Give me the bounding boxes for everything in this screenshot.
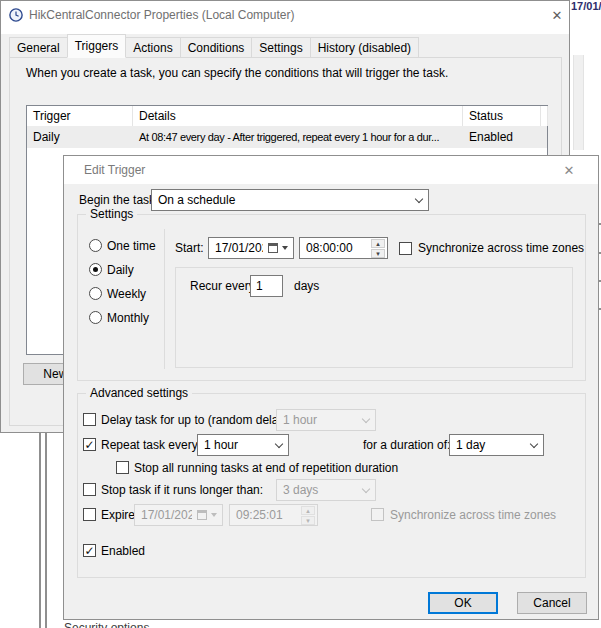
sync-timezones-checkbox[interactable] bbox=[399, 242, 412, 255]
properties-title: HikCentralConnector Properties (Local Co… bbox=[29, 8, 294, 23]
radio-monthly[interactable] bbox=[89, 311, 102, 324]
spin-down-icon[interactable]: ▾ bbox=[371, 249, 385, 258]
repeat-interval-select[interactable]: 1 hour bbox=[197, 434, 289, 456]
background-clipped-text: Security options bbox=[64, 621, 264, 628]
tab-conditions[interactable]: Conditions bbox=[180, 37, 253, 58]
spin-down-icon: ▾ bbox=[301, 516, 315, 525]
expire-sync-checkbox bbox=[371, 508, 384, 521]
cancel-button[interactable]: Cancel bbox=[517, 592, 587, 614]
column-header-filler bbox=[541, 106, 548, 126]
radio-weekly-label[interactable]: Weekly bbox=[107, 286, 146, 302]
start-label: Start: bbox=[175, 240, 204, 256]
tab-triggers[interactable]: Triggers bbox=[67, 34, 127, 58]
duration-label: for a duration of: bbox=[363, 437, 450, 453]
chevron-down-icon bbox=[410, 199, 428, 202]
stop-task-label[interactable]: Stop task if it runs longer than: bbox=[101, 482, 263, 498]
table-row[interactable]: Daily At 08:47 every day - After trigger… bbox=[27, 127, 547, 148]
radio-one-time[interactable] bbox=[89, 239, 102, 252]
expire-date-picker: 17/01/2023 bbox=[134, 504, 223, 526]
expire-label[interactable]: Expire: bbox=[101, 507, 138, 523]
chevron-down-icon bbox=[525, 444, 543, 447]
recur-every-label: Recur every: bbox=[190, 278, 258, 294]
background-window-edge bbox=[39, 433, 47, 628]
settings-divider bbox=[164, 229, 165, 369]
duration-select[interactable]: 1 day bbox=[449, 434, 544, 456]
begin-task-label: Begin the task: bbox=[79, 192, 158, 208]
start-date-picker[interactable]: 17/01/2022 bbox=[208, 237, 294, 259]
repeat-task-checkbox[interactable]: ✓ bbox=[83, 438, 96, 451]
spin-up-icon[interactable]: ▴ bbox=[371, 239, 385, 248]
tab-general[interactable]: General bbox=[9, 37, 68, 58]
clock-icon bbox=[9, 8, 23, 22]
delay-task-checkbox[interactable] bbox=[83, 413, 96, 426]
delay-task-label[interactable]: Delay task for up to (random delay): bbox=[101, 412, 292, 428]
chevron-down-icon bbox=[357, 419, 375, 422]
tab-actions[interactable]: Actions bbox=[125, 37, 180, 58]
triggers-table-header: Trigger Details Status bbox=[27, 106, 547, 127]
start-time-spinner[interactable]: 08:00:00 ▴ ▾ bbox=[299, 237, 388, 259]
spinner-buttons: ▴ ▾ bbox=[300, 505, 316, 525]
enabled-checkbox[interactable]: ✓ bbox=[83, 544, 96, 557]
screen: 17/01/ Security options HikCentralConnec… bbox=[0, 0, 601, 628]
recur-unit-label: days bbox=[294, 278, 319, 294]
calendar-icon bbox=[197, 510, 207, 520]
expire-checkbox[interactable] bbox=[83, 508, 96, 521]
triggers-description: When you create a task, you can specify … bbox=[26, 65, 448, 81]
radio-one-time-label[interactable]: One time bbox=[107, 238, 156, 254]
details-cell: At 08:47 every day - After triggered, re… bbox=[133, 127, 463, 148]
settings-group-label: Settings bbox=[86, 207, 137, 222]
status-cell: Enabled bbox=[463, 127, 541, 148]
trigger-cell: Daily bbox=[27, 127, 133, 148]
stop-all-tasks-checkbox[interactable] bbox=[116, 461, 129, 474]
edit-trigger-dialog: Edit Trigger ✕ Begin the task: On a sche… bbox=[63, 155, 599, 620]
chevron-down-icon bbox=[270, 444, 288, 447]
stop-task-checkbox[interactable] bbox=[83, 483, 96, 496]
stop-all-tasks-label[interactable]: Stop all running tasks at end of repetit… bbox=[134, 460, 398, 476]
spin-up-icon: ▴ bbox=[301, 506, 315, 515]
advanced-settings-group-label: Advanced settings bbox=[86, 386, 192, 401]
tab-settings[interactable]: Settings bbox=[251, 37, 310, 58]
expire-sync-label: Synchronize across time zones bbox=[390, 507, 556, 523]
dropdown-arrow-icon bbox=[211, 513, 217, 517]
tab-strip: General Triggers Actions Conditions Sett… bbox=[9, 34, 418, 58]
column-header-trigger[interactable]: Trigger bbox=[27, 106, 133, 126]
enabled-label[interactable]: Enabled bbox=[101, 543, 145, 559]
ok-button[interactable]: OK bbox=[428, 592, 498, 614]
daily-options-panel: Recur every: 1 days bbox=[175, 267, 573, 368]
spinner-buttons[interactable]: ▴ ▾ bbox=[370, 238, 386, 258]
background-corner-text: 17/01/ bbox=[571, 0, 601, 12]
chevron-down-icon bbox=[357, 489, 375, 492]
column-header-status[interactable]: Status bbox=[463, 106, 541, 126]
begin-task-select[interactable]: On a schedule bbox=[151, 189, 429, 211]
radio-monthly-label[interactable]: Monthly bbox=[107, 310, 149, 326]
radio-weekly[interactable] bbox=[89, 287, 102, 300]
recur-every-input[interactable]: 1 bbox=[250, 275, 283, 297]
delay-task-select: 1 hour bbox=[276, 409, 376, 431]
repeat-task-label[interactable]: Repeat task every: bbox=[101, 437, 201, 453]
edit-trigger-title: Edit Trigger bbox=[84, 163, 145, 178]
column-header-details[interactable]: Details bbox=[133, 106, 463, 126]
dropdown-arrow-icon bbox=[282, 246, 288, 250]
radio-daily-label[interactable]: Daily bbox=[107, 262, 134, 278]
tab-history[interactable]: History (disabled) bbox=[310, 37, 419, 58]
properties-close-icon[interactable]: ✕ bbox=[546, 5, 568, 25]
expire-time-spinner: 09:25:01 ▴ ▾ bbox=[229, 504, 318, 526]
background-window-strip bbox=[573, 55, 584, 150]
radio-daily[interactable] bbox=[89, 263, 102, 276]
stop-task-select: 3 days bbox=[276, 479, 376, 501]
calendar-icon bbox=[268, 243, 278, 253]
sync-timezones-label[interactable]: Synchronize across time zones bbox=[418, 240, 584, 256]
edit-trigger-close-icon[interactable]: ✕ bbox=[558, 160, 580, 180]
